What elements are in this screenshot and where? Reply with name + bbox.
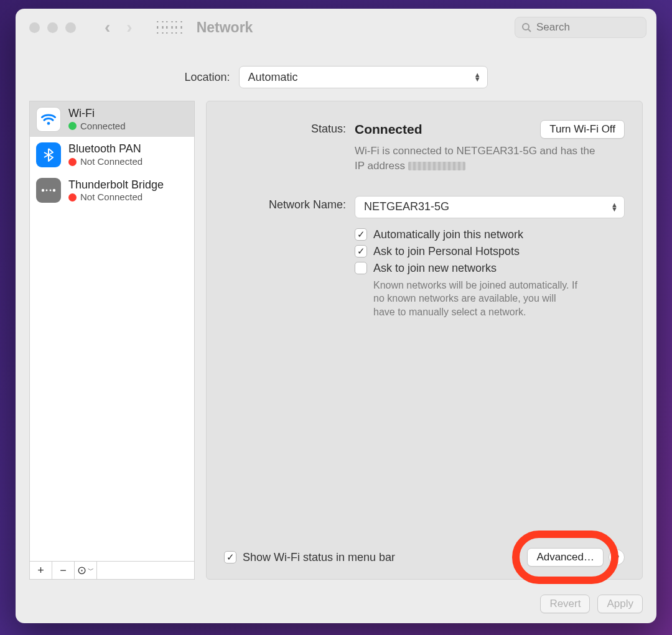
detail-panel: Status: Connected Turn Wi-Fi Off Wi-Fi i…: [206, 101, 643, 580]
remove-interface-button[interactable]: −: [52, 562, 75, 579]
sidebar-container: Wi-Fi Connected Bluetooth PAN Not Connec…: [29, 101, 195, 580]
sidebar-item-status: Not Connected: [80, 156, 142, 168]
network-name-select[interactable]: NETGEAR31-5G ▲▼: [355, 196, 625, 218]
sidebar-item-status: Connected: [80, 121, 126, 132]
footer: Revert Apply: [16, 588, 656, 623]
revert-button[interactable]: Revert: [540, 595, 590, 613]
wifi-toggle-button[interactable]: Turn Wi-Fi Off: [540, 120, 625, 139]
back-button[interactable]: ‹: [105, 19, 110, 36]
status-value: Connected: [355, 122, 422, 137]
status-dot-icon: [68, 158, 77, 166]
location-row: Location: Automatic ▲▼: [16, 46, 656, 101]
sidebar-item-status: Not Connected: [80, 192, 142, 203]
svg-point-5: [46, 190, 48, 192]
more-options-button[interactable]: ⊙﹀: [75, 562, 97, 579]
checkbox-label: Ask to join new networks: [373, 262, 497, 275]
bluetooth-icon: [36, 142, 61, 167]
search-input[interactable]: [535, 21, 640, 34]
checkbox-label: Ask to join Personal Hotspots: [373, 245, 520, 258]
wifi-icon: [36, 107, 61, 132]
checkbox-personal-hotspots[interactable]: ✓ Ask to join Personal Hotspots: [355, 245, 625, 258]
page-title: Network: [197, 19, 253, 36]
chevron-up-down-icon: ▲▼: [611, 203, 618, 211]
sidebar-item-label: Wi-Fi: [68, 106, 126, 121]
forward-button[interactable]: ›: [126, 19, 132, 36]
redacted-ip: [408, 162, 465, 170]
sidebar-item-label: Bluetooth PAN: [68, 142, 142, 156]
interface-list: Wi-Fi Connected Bluetooth PAN Not Connec…: [29, 101, 195, 561]
titlebar: ‹ › ∷∷∷∷∷∷ Network: [16, 9, 656, 46]
status-label: Status:: [224, 120, 355, 136]
network-name-label: Network Name:: [224, 196, 355, 211]
checkbox-join-new[interactable]: Ask to join new networks: [355, 262, 625, 275]
svg-line-1: [528, 29, 531, 32]
checkbox-icon[interactable]: ✓: [224, 551, 236, 563]
status-dot-icon: [68, 193, 77, 202]
apply-button[interactable]: Apply: [597, 595, 643, 613]
svg-point-4: [53, 189, 55, 192]
body: Wi-Fi Connected Bluetooth PAN Not Connec…: [16, 101, 656, 588]
system-preferences-window: ‹ › ∷∷∷∷∷∷ Network Location: Automatic ▲…: [16, 9, 656, 623]
checkbox-auto-join[interactable]: ✓ Automatically join this network: [355, 228, 625, 241]
help-button[interactable]: ?: [609, 549, 625, 565]
thunderbolt-bridge-icon: [36, 178, 61, 203]
show-all-icon[interactable]: ∷∷∷∷∷∷: [156, 21, 184, 34]
add-interface-button[interactable]: +: [30, 562, 52, 579]
checkbox-icon: [355, 262, 367, 274]
status-description: Wi-Fi is connected to NETGEAR31-5G and h…: [355, 144, 604, 174]
location-select[interactable]: Automatic ▲▼: [239, 66, 488, 88]
network-name-value: NETGEAR31-5G: [364, 200, 449, 213]
svg-point-2: [47, 122, 50, 125]
checkbox-icon: ✓: [355, 245, 367, 257]
svg-point-3: [42, 189, 44, 192]
minimize-icon[interactable]: [47, 22, 58, 33]
location-value: Automatic: [248, 71, 298, 84]
checkbox-label: Automatically join this network: [373, 228, 523, 241]
search-icon: [521, 22, 531, 32]
sidebar-item-thunderbolt[interactable]: Thunderbolt Bridge Not Connected: [30, 173, 194, 208]
svg-point-6: [50, 190, 52, 192]
sidebar-item-wifi[interactable]: Wi-Fi Connected: [30, 101, 194, 137]
chevron-down-icon: ﹀: [88, 566, 94, 575]
chevron-up-down-icon: ▲▼: [474, 73, 481, 81]
location-label: Location:: [184, 71, 230, 84]
search-field[interactable]: [515, 17, 646, 38]
sidebar-tools: + − ⊙﹀: [29, 561, 195, 580]
sidebar-item-bluetooth[interactable]: Bluetooth PAN Not Connected: [30, 137, 194, 172]
close-icon[interactable]: [29, 22, 40, 33]
zoom-icon[interactable]: [65, 22, 76, 33]
window-controls: [29, 22, 76, 33]
advanced-button[interactable]: Advanced…: [527, 548, 604, 567]
svg-point-0: [523, 24, 529, 30]
nav-buttons: ‹ ›: [105, 19, 133, 36]
detail-bottom-row: ✓ Show Wi-Fi status in menu bar Advanced…: [224, 542, 625, 567]
show-status-label: Show Wi-Fi status in menu bar: [243, 551, 395, 564]
status-dot-icon: [68, 122, 77, 130]
sidebar-item-label: Thunderbolt Bridge: [68, 178, 164, 192]
checkbox-icon: ✓: [355, 228, 367, 241]
join-help-text: Known networks will be joined automatica…: [355, 279, 579, 319]
